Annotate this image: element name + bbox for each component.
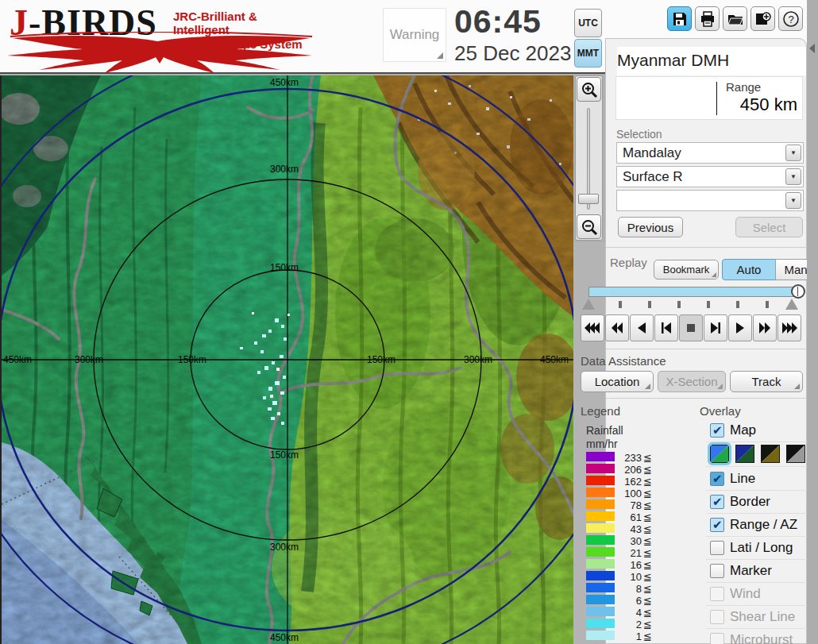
track-button[interactable]: Track	[730, 371, 803, 392]
legend-le: ≦	[643, 535, 652, 547]
slider-end-marker[interactable]	[785, 299, 798, 310]
fast-rewind-button[interactable]	[605, 314, 629, 341]
auto-button[interactable]: Auto	[722, 259, 776, 280]
utc-button[interactable]: UTC	[574, 9, 602, 37]
overlay-row-range-az[interactable]: Range / AZ	[706, 515, 808, 537]
legend-row: 16≦	[586, 559, 673, 569]
legend-swatch	[586, 499, 615, 509]
slider-tick	[736, 301, 739, 308]
border-checkbox[interactable]	[710, 495, 724, 509]
legend-value: 2	[616, 619, 642, 631]
legend-le: ≦	[643, 464, 652, 476]
selection-label: Selection	[616, 128, 662, 141]
product-dropdown[interactable]: Surface R ▼	[616, 166, 804, 187]
map-style-option-3[interactable]	[761, 445, 780, 463]
panel-collapse-gutter[interactable]	[807, 0, 818, 644]
legend-row: 233≦	[586, 452, 673, 462]
option-dropdown[interactable]: ▼	[616, 190, 804, 211]
replay-slider-track[interactable]	[588, 287, 799, 297]
xsection-button[interactable]: X-Section	[658, 371, 726, 392]
corner-triangle-icon	[717, 384, 723, 389]
shear-line-checkbox	[710, 610, 724, 624]
overlay-item-label: Marker	[730, 563, 772, 579]
line-checkbox[interactable]	[710, 472, 724, 486]
radar-map[interactable]: 450km 300km 150km 150km 300km 450km 450k…	[0, 75, 573, 644]
select-button[interactable]: Select	[735, 217, 803, 237]
svg-text:?: ?	[788, 13, 793, 25]
legend-row: 61≦	[586, 511, 673, 522]
chevron-down-icon[interactable]: ▼	[785, 192, 801, 209]
legend-value: 100	[616, 488, 642, 499]
legend-le: ≦	[643, 607, 652, 619]
site-dropdown[interactable]: Mandalay ▼	[616, 142, 804, 164]
map-style-option-4[interactable]	[786, 445, 805, 463]
legend-swatch	[586, 631, 615, 640]
zoom-out-button[interactable]	[577, 214, 601, 239]
ring-label: 300km	[464, 355, 492, 364]
legend-le: ≦	[643, 523, 652, 535]
map-style-option-1[interactable]	[710, 445, 729, 463]
save-button[interactable]	[667, 6, 692, 31]
control-panel: Myanmar DMH Range 450 km Selection Manda…	[605, 38, 807, 644]
chevron-down-icon[interactable]: ▼	[785, 168, 801, 185]
bookmark-label: Bookmark	[663, 264, 710, 276]
overlay-item-label: Wind	[730, 586, 761, 602]
map-style-swatch-icon	[787, 445, 804, 462]
play-button[interactable]	[728, 314, 752, 341]
overlay-row-map[interactable]: Map	[706, 420, 808, 442]
slider-tick	[648, 301, 651, 308]
fastest-rewind-button[interactable]	[581, 314, 604, 341]
open-folder-button[interactable]	[723, 6, 747, 31]
overlay-row-lati-long[interactable]: Lati / Long	[706, 538, 808, 560]
legend-value: 6	[616, 595, 642, 607]
skip-to-end-icon	[711, 322, 720, 334]
slider-tick	[619, 301, 622, 308]
marker-checkbox[interactable]	[710, 564, 724, 578]
overlay-row-line[interactable]: Line	[706, 469, 808, 491]
fastest-forward-button[interactable]	[777, 314, 801, 341]
warning-button[interactable]: Warning	[383, 8, 446, 62]
collapse-arrow-icon[interactable]	[809, 44, 815, 53]
legend-value: 206	[616, 464, 642, 476]
map-checkbox[interactable]	[710, 423, 724, 438]
replay-slider-thumb[interactable]	[791, 284, 805, 299]
slider-start-marker[interactable]	[582, 299, 595, 310]
divider	[716, 82, 717, 115]
mmt-button[interactable]: MMT	[574, 39, 602, 67]
fast-forward-button[interactable]	[753, 314, 777, 341]
location-button[interactable]: Location	[581, 371, 654, 392]
print-button[interactable]	[695, 6, 720, 31]
range-box: Range 450 km	[615, 76, 803, 120]
overlay-row-marker[interactable]: Marker	[706, 561, 808, 583]
legend-le: ≦	[643, 511, 652, 523]
bookmark-button[interactable]: Bookmark	[654, 260, 719, 280]
map-style-swatch-icon	[711, 445, 728, 462]
zoom-slider-thumb[interactable]	[578, 194, 599, 204]
legend-le: ≦	[643, 583, 652, 595]
range-az-checkbox[interactable]	[710, 518, 724, 532]
legend-row: 30≦	[586, 535, 673, 546]
legend-label: Legend	[581, 404, 620, 418]
chevron-down-icon[interactable]: ▼	[785, 145, 801, 161]
ring-label: 300km	[270, 542, 299, 552]
previous-button[interactable]: Previous	[618, 217, 683, 237]
step-back-button[interactable]	[654, 314, 678, 341]
stop-button[interactable]	[679, 314, 703, 341]
legend-swatch	[586, 619, 615, 628]
help-button[interactable]: ?	[778, 6, 803, 31]
legend-swatch	[586, 607, 615, 616]
map-style-option-2[interactable]	[735, 445, 754, 463]
zoom-in-button[interactable]	[577, 77, 601, 102]
overlay-row-border[interactable]: Border	[706, 492, 808, 514]
map-style-swatch-icon	[736, 445, 754, 462]
add-image-button[interactable]	[750, 6, 775, 31]
play-reverse-button[interactable]	[630, 314, 654, 341]
lati-long-checkbox[interactable]	[710, 541, 724, 555]
legend-swatch	[586, 595, 615, 604]
ring-label: 150km	[270, 450, 299, 460]
step-forward-button[interactable]	[704, 314, 727, 341]
legend-value: 21	[616, 547, 642, 559]
legend-le: ≦	[643, 476, 652, 488]
legend-title: Rainfall	[586, 424, 623, 437]
legend-value: 43	[616, 523, 642, 535]
